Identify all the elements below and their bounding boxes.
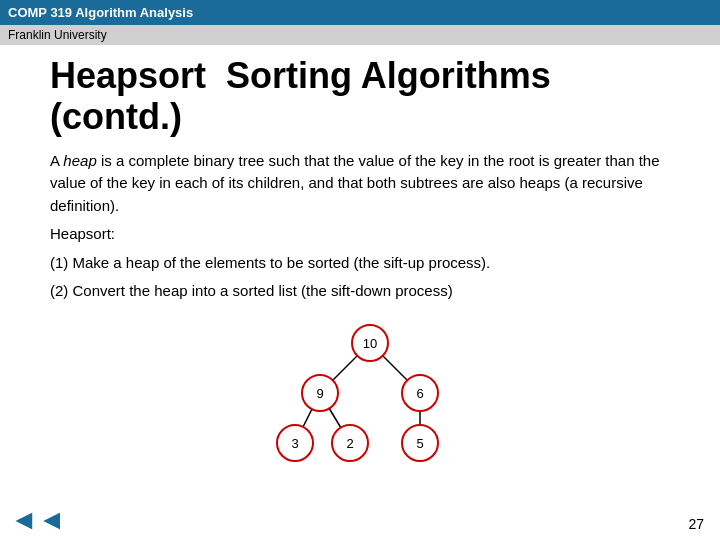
para1-after: is a complete binary tree such that the …: [50, 152, 660, 214]
university-label: Franklin University: [8, 28, 107, 42]
page-number: 27: [688, 516, 704, 532]
course-title: COMP 319 Algorithm Analysis: [8, 5, 193, 20]
paragraph-1: A heap is a complete binary tree such th…: [50, 150, 690, 218]
left-arrow-icon: ◄◄: [10, 504, 65, 536]
right-arrow-icon: ►: [700, 5, 720, 28]
tree-diagram: 10 9 6 3 2 5: [50, 313, 690, 473]
title-area: Heapsort Sorting Algorithms (contd.): [50, 55, 690, 138]
node-r2-label: 5: [416, 436, 423, 451]
paragraph-2: Heapsort:: [50, 223, 690, 246]
paragraph-3: (1) Make a heap of the elements to be so…: [50, 252, 690, 275]
sub-bar: Franklin University: [0, 25, 720, 45]
top-bar: COMP 319 Algorithm Analysis ►: [0, 0, 720, 25]
para1-italic: heap: [63, 152, 96, 169]
main-content: Heapsort Sorting Algorithms (contd.) A h…: [0, 45, 720, 483]
node-l2-label: 3: [291, 436, 298, 451]
node-root-label: 10: [363, 336, 377, 351]
node-l1-label: 9: [316, 386, 323, 401]
paragraph-4: (2) Convert the heap into a sorted list …: [50, 280, 690, 303]
node-r1-label: 6: [416, 386, 423, 401]
heapsort-label: Heapsort: [50, 55, 226, 96]
heap-tree-svg: 10 9 6 3 2 5: [240, 313, 500, 473]
para1-before-italic: A: [50, 152, 63, 169]
node-m2-label: 2: [346, 436, 353, 451]
